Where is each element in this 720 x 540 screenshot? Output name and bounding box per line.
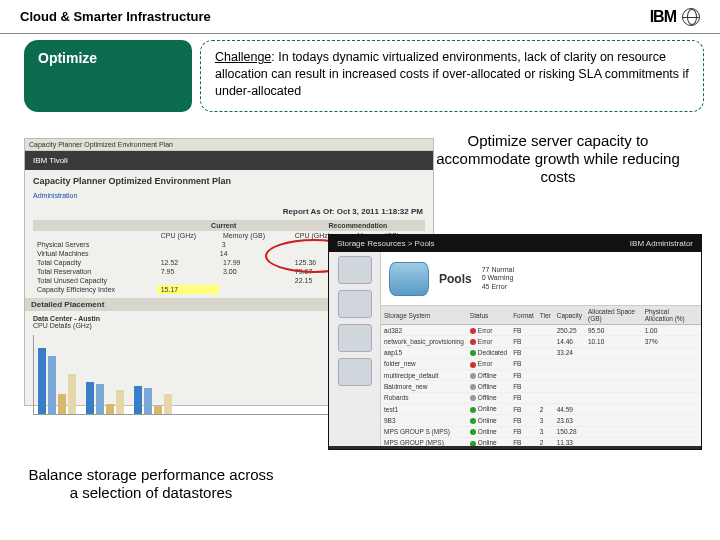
challenge-box: Challenge: In todays dynamic virtualized… bbox=[200, 40, 704, 112]
row-cei: Capacity Efficiency Index bbox=[33, 285, 157, 294]
challenge-label: Challenge bbox=[215, 50, 271, 64]
row-totalres: Total Reservation bbox=[33, 267, 157, 276]
header-right: IBM bbox=[650, 8, 700, 26]
network-resources-icon[interactable] bbox=[338, 358, 372, 386]
report-title: Capacity Planner Optimized Environment P… bbox=[25, 170, 433, 188]
pool-grid[interactable]: Storage System Status Format Tier Capaci… bbox=[381, 306, 701, 446]
legend-normal: 77 Normal bbox=[482, 266, 514, 274]
col-capacity[interactable]: Capacity bbox=[554, 306, 585, 325]
server-resources-icon[interactable] bbox=[338, 324, 372, 352]
sub-mem: Memory (GB) bbox=[219, 231, 291, 240]
pool-cylinder-icon bbox=[389, 262, 429, 296]
tpc-breadcrumb[interactable]: Storage Resources > Pools bbox=[337, 239, 435, 248]
tab-bar[interactable]: Capacity Planner Optimized Environment P… bbox=[25, 139, 433, 151]
home-icon[interactable] bbox=[338, 256, 372, 284]
admin-link[interactable]: Administration bbox=[25, 188, 433, 205]
callout-row: Optimize Challenge: In todays dynamic vi… bbox=[0, 34, 720, 118]
tpc-sidebar bbox=[329, 252, 381, 446]
label-optimize-server: Optimize server capacity to accommodate … bbox=[428, 128, 688, 190]
table-row[interactable]: Baldmore_newOfflineFB bbox=[381, 381, 701, 392]
sub-cpu: CPU (GHz) bbox=[157, 231, 219, 240]
table-row[interactable]: folder_newErrorFB bbox=[381, 358, 701, 369]
col-status[interactable]: Status bbox=[467, 306, 510, 325]
col-recommendation: Recommendation bbox=[291, 220, 425, 231]
col-name[interactable]: Storage System bbox=[381, 306, 467, 325]
table-row[interactable]: RobardsOfflineFB bbox=[381, 392, 701, 403]
ibm-logo: IBM bbox=[650, 8, 676, 26]
col-phys[interactable]: Physical Allocation (%) bbox=[642, 306, 701, 325]
report-asof: Report As Of: Oct 3, 2011 1:18:32 PM bbox=[25, 205, 433, 218]
tpc-user[interactable]: IBM Administrator bbox=[630, 239, 693, 248]
table-row[interactable]: 9B3OnlineFB323.63 bbox=[381, 415, 701, 426]
pool-legend: 77 Normal 0 Warning 45 Error bbox=[482, 266, 514, 291]
pool-header: Pools 77 Normal 0 Warning 45 Error bbox=[381, 252, 701, 306]
pool-title: Pools bbox=[439, 272, 472, 286]
col-tier[interactable]: Tier bbox=[537, 306, 554, 325]
optimize-pill: Optimize bbox=[24, 40, 182, 112]
table-row[interactable]: MPS GROUP (MPS)OnlineFB211.33 bbox=[381, 437, 701, 446]
table-row[interactable]: network_basic_provisioningErrorFB14.4610… bbox=[381, 336, 701, 347]
challenge-text: : In todays dynamic virtualized environm… bbox=[215, 50, 689, 98]
tpc-main: Pools 77 Normal 0 Warning 45 Error Stora… bbox=[381, 252, 701, 446]
row-unused: Total Unused Capacity bbox=[33, 276, 157, 285]
table-row[interactable]: multirecipe_defaultOfflineFB bbox=[381, 370, 701, 381]
row-physical: Physical Servers bbox=[33, 240, 157, 249]
col-blank bbox=[33, 220, 157, 231]
table-row[interactable]: aap15DedicatedFB33.24 bbox=[381, 347, 701, 358]
header-brand: Cloud & Smarter Infrastructure bbox=[20, 9, 211, 24]
server-header: IBM Tivoli bbox=[25, 151, 433, 170]
tpc-titlebar: Storage Resources > Pools IBM Administra… bbox=[329, 235, 701, 252]
stage: Optimize server capacity to accommodate … bbox=[0, 122, 720, 502]
row-vm: Virtual Machines bbox=[33, 249, 157, 258]
page-header: Cloud & Smarter Infrastructure IBM bbox=[0, 0, 720, 34]
table-row[interactable]: test1OnlineFB244.59 bbox=[381, 403, 701, 414]
label-balance-storage: Balance storage performance across a sel… bbox=[24, 464, 278, 504]
legend-warning: 0 Warning bbox=[482, 274, 514, 282]
col-format[interactable]: Format bbox=[510, 306, 537, 325]
col-current: Current bbox=[157, 220, 291, 231]
tpc-window: Storage Resources > Pools IBM Administra… bbox=[328, 234, 702, 450]
globe-icon bbox=[682, 8, 700, 26]
row-totalcap: Total Capacity bbox=[33, 258, 157, 267]
legend-error: 45 Error bbox=[482, 283, 514, 291]
col-alloc[interactable]: Allocated Space (GB) bbox=[585, 306, 642, 325]
table-row[interactable]: ad382ErrorFB250.2595.501.00 bbox=[381, 325, 701, 336]
table-row[interactable]: MPS GROUP S (MPS)OnlineFB3150.28 bbox=[381, 426, 701, 437]
storage-resources-icon[interactable] bbox=[338, 290, 372, 318]
